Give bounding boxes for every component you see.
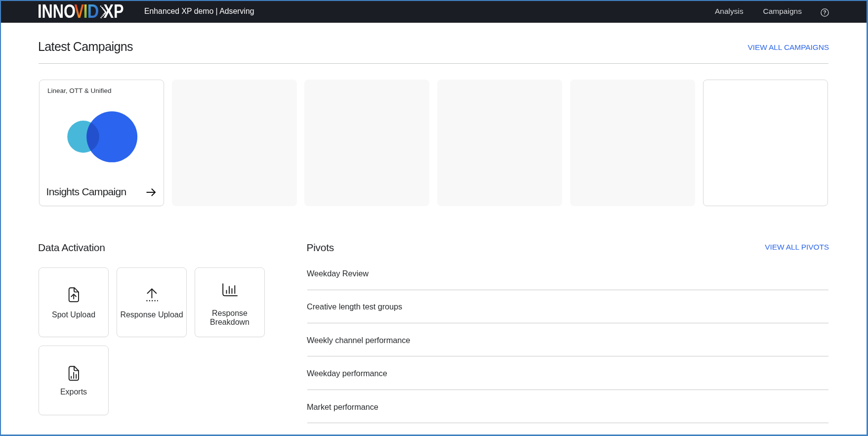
svg-text:?: ? <box>823 9 826 15</box>
svg-text:V: V <box>75 2 84 22</box>
svg-text:D: D <box>87 2 99 22</box>
svg-text:XP: XP <box>104 2 124 22</box>
svg-text:INNO: INNO <box>38 2 76 22</box>
